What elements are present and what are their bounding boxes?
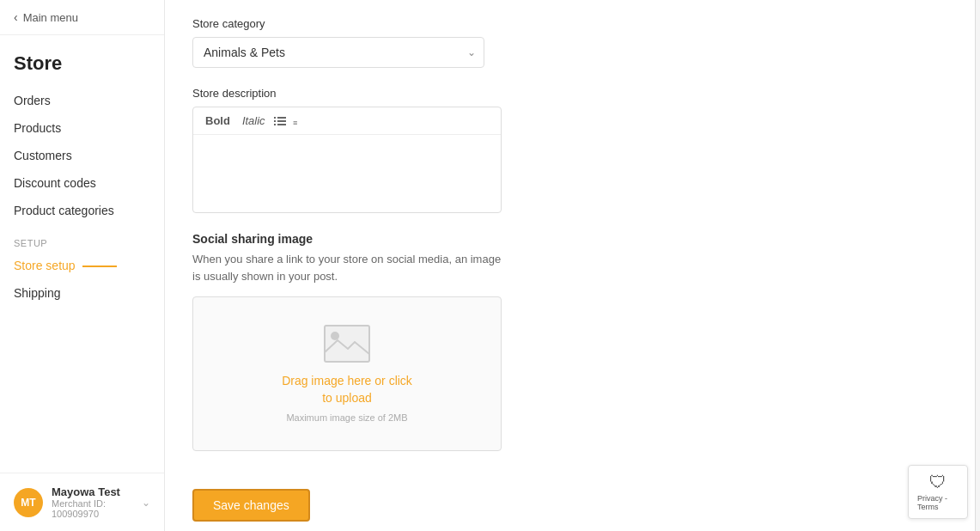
store-category-label: Store category <box>192 17 670 30</box>
sidebar-item-products[interactable]: Products <box>0 114 164 142</box>
recaptcha-label: Privacy - Terms <box>917 494 959 511</box>
avatar: MT <box>14 488 43 517</box>
sidebar-item-orders[interactable]: Orders <box>0 87 164 114</box>
user-info: Mayowa Test Merchant ID: 100909970 <box>52 485 142 519</box>
sidebar-nav: Orders Products Customers Discount codes… <box>0 83 164 473</box>
recaptcha-icon: 🛡 <box>929 473 947 492</box>
svg-rect-7 <box>325 326 369 362</box>
italic-button[interactable]: Italic <box>239 113 269 129</box>
store-category-section: Store category Animals & Pets Electronic… <box>192 17 670 68</box>
active-indicator <box>82 266 117 267</box>
store-description-section: Store description Bold Italic <box>192 87 670 213</box>
image-placeholder-icon <box>324 325 370 363</box>
setup-section-label: SETUP <box>0 224 164 252</box>
right-scrollbar-area <box>975 0 980 531</box>
description-editor: Bold Italic ≡ <box>192 107 502 213</box>
user-profile[interactable]: MT Mayowa Test Merchant ID: 100909970 ⌄ <box>0 473 164 531</box>
sidebar-item-customers[interactable]: Customers <box>0 142 164 169</box>
back-to-main-menu[interactable]: ‹ Main menu <box>0 0 164 35</box>
svg-rect-2 <box>274 120 276 122</box>
store-description-label: Store description <box>192 87 670 100</box>
sidebar-item-product-categories[interactable]: Product categories <box>0 197 164 224</box>
save-changes-button[interactable]: Save changes <box>192 489 310 522</box>
user-name: Mayowa Test <box>52 485 142 498</box>
social-sharing-title: Social sharing image <box>192 232 670 246</box>
social-sharing-description: When you share a link to your store on s… <box>192 251 502 284</box>
back-arrow-icon: ‹ <box>14 10 18 24</box>
store-category-select-wrapper[interactable]: Animals & Pets Electronics Fashion Home … <box>192 37 484 68</box>
recaptcha-badge: 🛡 Privacy - Terms <box>908 465 968 519</box>
back-label: Main menu <box>23 11 78 24</box>
unordered-list-icon[interactable] <box>274 115 288 127</box>
sidebar-item-shipping[interactable]: Shipping <box>0 279 164 307</box>
store-title: Store <box>0 35 164 83</box>
svg-rect-3 <box>277 120 286 122</box>
description-text-area[interactable] <box>193 135 501 212</box>
svg-rect-0 <box>274 117 276 119</box>
sidebar-item-discount-codes[interactable]: Discount codes <box>0 169 164 197</box>
sidebar-item-store-setup[interactable]: Store setup <box>0 252 164 279</box>
sidebar: ‹ Main menu Store Orders Products Custom… <box>0 0 165 531</box>
ordered-list-icon[interactable]: ≡ <box>293 115 307 127</box>
svg-rect-8 <box>331 332 339 340</box>
merchant-id: Merchant ID: 100909970 <box>52 498 142 519</box>
user-chevron-icon: ⌄ <box>142 497 150 509</box>
store-category-select[interactable]: Animals & Pets Electronics Fashion Home … <box>192 37 484 68</box>
svg-rect-1 <box>277 117 286 119</box>
svg-rect-4 <box>274 124 276 125</box>
bold-button[interactable]: Bold <box>202 113 234 129</box>
social-sharing-section: Social sharing image When you share a li… <box>192 232 670 451</box>
upload-text[interactable]: Drag image here or click to upload <box>282 373 412 406</box>
svg-rect-5 <box>277 124 286 125</box>
svg-text:≡: ≡ <box>293 119 297 127</box>
editor-toolbar: Bold Italic ≡ <box>193 107 501 135</box>
upload-subtext: Maximum image size of 2MB <box>286 412 407 423</box>
image-upload-area[interactable]: Drag image here or click to upload Maxim… <box>192 296 502 451</box>
main-content-area: Store category Animals & Pets Electronic… <box>165 0 975 531</box>
